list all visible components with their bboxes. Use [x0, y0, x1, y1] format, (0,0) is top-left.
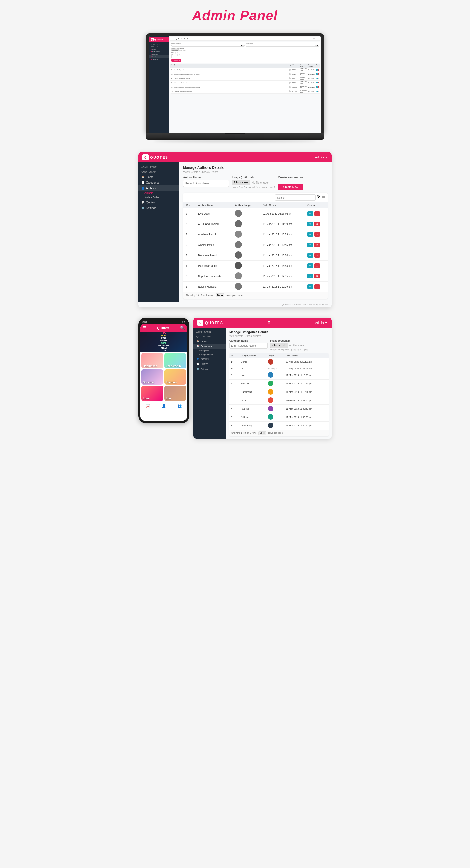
- phone-card-love[interactable]: Love: [141, 385, 163, 401]
- phone-nav-profile-icon[interactable]: 👥: [177, 404, 181, 408]
- columns-icon[interactable]: ☰: [322, 194, 325, 200]
- table-row: 4 Mahatma Gandhi 11-Mar-2018 11:13:58 pm…: [183, 261, 328, 271]
- edit-btn[interactable]: ✏: [307, 232, 313, 237]
- sidebar-item-authors[interactable]: 👤 Authors: [138, 185, 179, 191]
- laptop-create-btn[interactable]: Create Now: [171, 59, 181, 62]
- card-life-label: Life: [166, 397, 171, 400]
- cat-image-group: Image (optional) Choose File No file cho…: [270, 339, 308, 351]
- authors-search-input[interactable]: [275, 194, 315, 200]
- delete-btn[interactable]: ✕: [314, 243, 320, 247]
- delete-btn[interactable]: ✕: [314, 274, 320, 278]
- cat-name-input[interactable]: [229, 343, 268, 349]
- cat-authors-icon: 👤: [196, 358, 199, 360]
- sidebar-item-categories[interactable]: 📑 Categories: [138, 180, 179, 185]
- edit-btn[interactable]: ✏: [316, 78, 318, 79]
- sidebar-item-categories[interactable]: Categories: [149, 51, 169, 53]
- authors-table-wrapper: ↻ ☰ ID ↕ Author Name Author Image Date C…: [183, 193, 328, 299]
- authors-panel-sidebar: Admin Panel QUOTES APP 🏠 Home 📑 Categori…: [138, 162, 179, 302]
- edit-btn[interactable]: ✏: [307, 264, 313, 268]
- quotes-icon: 💬: [141, 201, 144, 204]
- table-row: 5 Love 11-Mar-2019 11:09:56 pm: [229, 396, 329, 405]
- authors-form-row: Author Name Image (optional) Choose File…: [183, 176, 328, 190]
- cat-sidebar-categories[interactable]: 📑 Categories: [193, 344, 226, 349]
- table-row: 39 Don't loose sight after your first vi…: [170, 89, 320, 94]
- cat-sidebar-authors[interactable]: 👤 Authors: [193, 356, 226, 362]
- phone-card-leadership[interactable]: Leadership: [164, 353, 186, 368]
- cat-sidebar-home[interactable]: 🏠 Home: [193, 339, 226, 344]
- phone-nav-person-icon[interactable]: 👤: [162, 404, 166, 408]
- authors-panel-header: Q QUOTES ☰ Admin ▼: [138, 152, 332, 162]
- edit-btn[interactable]: ✏: [316, 82, 318, 84]
- delete-btn[interactable]: ✕: [314, 222, 320, 226]
- rows-per-page-select[interactable]: 102550: [216, 293, 224, 297]
- phone-card-life[interactable]: Life: [164, 385, 186, 401]
- cat-sidebar-settings[interactable]: ⚙️ Settings: [193, 367, 226, 372]
- edit-btn[interactable]: ✏: [307, 222, 313, 226]
- cat-sidebar-quotes[interactable]: 💬 Quotes: [193, 362, 226, 367]
- phone-card-famous[interactable]: Famous: [164, 369, 186, 384]
- delete-btn[interactable]: ✕: [318, 82, 320, 84]
- sidebar-item-settings[interactable]: ⚙️ Settings: [138, 205, 179, 211]
- delete-btn[interactable]: ✕: [318, 78, 320, 79]
- delete-btn[interactable]: ✕: [314, 211, 320, 216]
- col-author-name: Author Name: [196, 203, 232, 209]
- choose-file-btn[interactable]: Choose File: [171, 49, 179, 52]
- delete-btn[interactable]: ✕: [314, 232, 320, 237]
- author-file-note: Image Size Supported: (png, jpg and jpeg…: [232, 186, 275, 188]
- col-date: Date Created: [308, 64, 315, 67]
- table-row: 8 A.P.J. Abdul Kalam 11-Mar-2018 11:14:5…: [183, 219, 328, 229]
- cat-table-footer: Showing 1 to 9 of 9 rows 1025 rows per p…: [229, 430, 329, 436]
- sidebar-sub-author-order[interactable]: Author Order: [138, 195, 179, 199]
- sidebar-sub-authors[interactable]: Authors: [138, 191, 179, 195]
- edit-btn[interactable]: ✏: [307, 211, 313, 216]
- delete-btn[interactable]: ✕: [318, 91, 320, 92]
- cat-hamburger-icon[interactable]: ☰: [268, 321, 270, 324]
- sidebar-item-home[interactable]: Home: [149, 48, 169, 51]
- phone-nav-chart-icon[interactable]: 📈: [146, 404, 150, 408]
- col-date-created: Date Created: [284, 353, 329, 358]
- quote-textarea[interactable]: [171, 54, 319, 58]
- logo-text: QUOTES: [155, 39, 164, 40]
- edit-btn[interactable]: ✏: [307, 253, 313, 257]
- delete-btn[interactable]: ✕: [318, 69, 320, 70]
- sidebar-item-quotes[interactable]: Quotes: [149, 56, 169, 58]
- table-row: 41 Main creates difficulties for themsel…: [170, 81, 320, 85]
- edit-btn[interactable]: ✏: [316, 91, 318, 92]
- edit-btn[interactable]: ✏: [307, 284, 313, 289]
- cat-rows-per-page-select[interactable]: 1025: [258, 431, 266, 435]
- table-row: 5 Benjamin Franklin 11-Mar-2018 11:13:24…: [183, 250, 328, 261]
- edit-btn[interactable]: ✏: [307, 274, 313, 278]
- author-create-btn[interactable]: Create Now: [278, 184, 303, 190]
- delete-btn[interactable]: ✕: [314, 253, 320, 257]
- phone-app-header: ☰ Quotes 🔍: [140, 324, 187, 332]
- edit-btn[interactable]: ✏: [316, 69, 318, 70]
- sidebar-item-home[interactable]: 🏠 Home: [138, 174, 179, 180]
- delete-btn[interactable]: ✕: [314, 264, 320, 268]
- cat-choose-file-btn[interactable]: Choose File: [270, 343, 288, 348]
- table-row: 40 Creativity is seeing the same thing b…: [170, 85, 320, 89]
- edit-btn[interactable]: ✏: [316, 73, 318, 75]
- refresh-icon[interactable]: ↻: [317, 194, 320, 200]
- delete-btn[interactable]: ✕: [318, 73, 320, 75]
- category-select[interactable]: [171, 44, 245, 46]
- phone-card-happiness[interactable]: Happiness: [141, 353, 163, 368]
- edit-btn[interactable]: ✏: [307, 243, 313, 247]
- cat-sidebar-sub-categories[interactable]: Categories: [193, 349, 226, 352]
- author-choose-file-btn[interactable]: Choose File: [232, 180, 250, 185]
- sidebar-section-adminpanel: Admin Panel: [149, 43, 169, 45]
- sidebar-item-settings[interactable]: Settings: [149, 58, 169, 61]
- delete-btn[interactable]: ✕: [318, 86, 320, 88]
- sidebar-item-authors[interactable]: Authors: [149, 53, 169, 56]
- col-id: ID ↕: [183, 203, 196, 209]
- sidebar-item-quotes[interactable]: 💬 Quotes: [138, 199, 179, 205]
- phone-card-success[interactable]: Success: [141, 369, 163, 384]
- delete-btn[interactable]: ✕: [314, 284, 320, 289]
- col-img: Img: [289, 64, 291, 67]
- author-name-input[interactable]: [183, 180, 229, 187]
- edit-btn[interactable]: ✏: [316, 86, 318, 88]
- col-ops: Ops: [316, 64, 319, 67]
- author-select[interactable]: [246, 44, 319, 46]
- hamburger-icon[interactable]: ☰: [142, 325, 146, 330]
- phone-search-icon[interactable]: 🔍: [180, 325, 185, 330]
- cat-sidebar-sub-category-order[interactable]: Category Order: [193, 352, 226, 356]
